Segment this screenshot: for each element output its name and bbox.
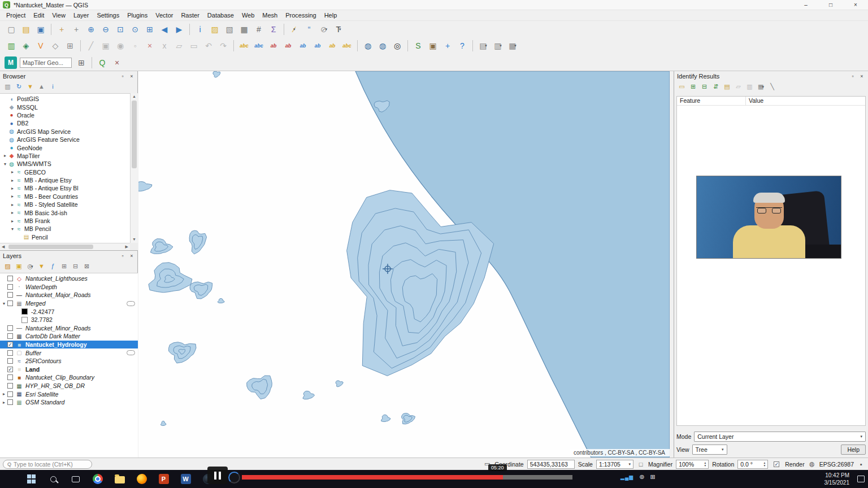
move-label-icon[interactable]: ab: [311, 39, 324, 53]
identify-features-icon[interactable]: i: [193, 23, 207, 36]
map-tips-icon[interactable]: “: [302, 23, 316, 36]
crs-status-icon[interactable]: ◍: [808, 460, 816, 468]
browser-item-arcgis-feature-service[interactable]: ◍ArcGIS Feature Service: [0, 136, 130, 143]
taskbar-word-icon[interactable]: W: [175, 470, 197, 488]
open-layer-styling-icon[interactable]: ▨: [3, 262, 12, 271]
locate-settings-icon[interactable]: ×: [110, 56, 124, 69]
layer-item-nantucket-minor-roads[interactable]: —Nantucket_Minor_Roads: [0, 324, 138, 333]
scroll-down-icon[interactable]: ▼: [131, 236, 138, 243]
change-label-icon[interactable]: abc: [340, 39, 354, 53]
spin-down-icon[interactable]: ▾: [763, 464, 765, 467]
maximize-button[interactable]: □: [818, 0, 843, 10]
pan-map-icon[interactable]: +: [55, 23, 68, 36]
spinner-arrows[interactable]: ▴ ▾: [762, 461, 765, 467]
browser-item-mssql[interactable]: ◆MSSQL: [0, 103, 130, 111]
save-edits-icon[interactable]: ▣: [99, 39, 112, 53]
toggle-editing-icon[interactable]: ╱: [84, 39, 98, 53]
expander-icon[interactable]: ▸: [10, 178, 15, 183]
expander-icon[interactable]: ▸: [2, 153, 8, 158]
layer-item-2-42477[interactable]: -2.42477: [0, 307, 138, 316]
scroll-left-icon[interactable]: ◀: [0, 245, 6, 249]
layer-item-esri-satellite[interactable]: ▸▦Esri Satellite: [0, 390, 138, 398]
collapse-all-icon[interactable]: ⊟: [71, 262, 80, 271]
expander-icon[interactable]: ▸: [10, 169, 15, 175]
map-canvas[interactable]: contributors , CC-BY-SA , CC-BY-SA: [138, 71, 670, 457]
rotation-spin[interactable]: 0.0 ° ▴ ▾: [737, 460, 768, 469]
cut-features-icon[interactable]: x: [158, 39, 171, 53]
close-panel-icon[interactable]: ×: [858, 73, 865, 80]
menu-web[interactable]: Web: [238, 11, 258, 20]
menu-help[interactable]: Help: [320, 11, 341, 20]
column-header-feature[interactable]: Feature: [677, 97, 746, 105]
manage-themes-icon[interactable]: ◎▾: [25, 262, 35, 271]
layer-checkbox[interactable]: [7, 284, 13, 290]
browser-item-postgis[interactable]: ◖PostGIS: [0, 95, 130, 103]
menu-view[interactable]: View: [48, 11, 70, 20]
deselect-features-icon[interactable]: ▧: [223, 23, 236, 36]
filter-legend-icon[interactable]: ▼: [37, 262, 46, 271]
menu-layer[interactable]: Layer: [70, 11, 93, 20]
close-panel-icon[interactable]: ×: [128, 252, 135, 259]
spin-down-icon[interactable]: ▾: [704, 464, 706, 467]
statistical-summary-icon[interactable]: Σ: [267, 23, 280, 36]
video-progress-bar[interactable]: [242, 475, 572, 480]
layer-checkbox[interactable]: ✓: [7, 342, 13, 347]
messages-icon[interactable]: ▪: [857, 461, 865, 468]
menu-edit[interactable]: Edit: [29, 11, 48, 20]
field-calculator-icon[interactable]: #: [252, 23, 266, 36]
georeferencer-icon[interactable]: ◎: [390, 39, 404, 53]
layer-item-land[interactable]: ✓■Land: [0, 365, 138, 374]
browser-refresh-icon[interactable]: ↻: [14, 82, 24, 91]
browser-vertical-scrollbar[interactable]: ▲ ▼: [130, 93, 138, 243]
zoom-out-icon[interactable]: ⊖: [99, 23, 112, 36]
column-header-value[interactable]: Value: [746, 97, 766, 105]
add-maptiler-layer-icon[interactable]: ⊞: [75, 56, 88, 69]
video-quality-icon[interactable]: ▂▄▆: [620, 474, 633, 480]
mode-select[interactable]: Current Layer ▾: [694, 432, 866, 442]
layer-checkbox[interactable]: [7, 325, 13, 331]
layer-item-nantucket-lighthouses[interactable]: ◇Nantucket_Lighthouses: [0, 274, 138, 283]
redo-icon[interactable]: ↷: [216, 39, 230, 53]
spinner-arrows[interactable]: ▴ ▾: [702, 461, 706, 467]
video-pause-button[interactable]: [207, 467, 228, 484]
pin-labels-icon[interactable]: ab: [267, 39, 280, 53]
browser-item-pencil[interactable]: ▤Pencil: [0, 233, 130, 241]
browser-item-mb-beer-countries[interactable]: ▸≈MB - Beer Countries: [0, 193, 130, 201]
browser-item-db2[interactable]: ●DB2: [0, 119, 130, 127]
browser-horizontal-scrollbar[interactable]: ◀ ▶: [0, 243, 130, 250]
new-spatialite-layer-icon[interactable]: ◇: [49, 39, 62, 53]
browser-filter-icon[interactable]: ▼: [25, 82, 35, 91]
layer-checkbox[interactable]: [7, 374, 13, 380]
paste-features-icon[interactable]: ▭: [187, 39, 201, 53]
print-layout-icon[interactable]: ▤▾: [476, 39, 490, 53]
video-fullscreen-icon[interactable]: ⊞: [650, 473, 655, 481]
scroll-up-icon[interactable]: ▲: [131, 93, 138, 100]
browser-item-oracle[interactable]: ●Oracle: [0, 111, 130, 119]
float-panel-icon[interactable]: ▫: [849, 73, 856, 80]
menu-mesh[interactable]: Mesh: [258, 11, 281, 20]
expander-icon[interactable]: ▾: [1, 301, 7, 306]
browser-item-mb-antique-etsy[interactable]: ▸≈MB - Antique Etsy: [0, 176, 130, 184]
action-center-icon[interactable]: [857, 476, 865, 482]
identify-mode-icon[interactable]: ▦▾: [756, 82, 766, 91]
copy-feature-icon[interactable]: ▱: [734, 82, 743, 91]
expander-icon[interactable]: ▸: [10, 186, 15, 191]
zoom-in-icon[interactable]: ⊕: [84, 23, 98, 36]
menu-project[interactable]: Project: [2, 11, 29, 20]
filter-expression-icon[interactable]: ƒ: [48, 262, 58, 271]
expander-icon[interactable]: ▾: [10, 226, 15, 232]
open-form-icon[interactable]: ▭: [677, 82, 687, 91]
taskbar-clock[interactable]: 10:42 PM 3/15/2021: [824, 472, 850, 486]
zoom-next-icon[interactable]: ▶: [172, 23, 186, 36]
expander-icon[interactable]: ▸: [10, 194, 15, 199]
custom-projection-icon[interactable]: ◍: [376, 39, 389, 53]
zoom-last-icon[interactable]: ◀: [158, 23, 171, 36]
clear-results-icon[interactable]: ▤: [722, 82, 732, 91]
lock-scale-icon[interactable]: □: [637, 461, 645, 468]
menu-settings[interactable]: Settings: [93, 11, 123, 20]
help-contents-icon[interactable]: ?: [455, 39, 469, 53]
browser-item-gebco[interactable]: ▸≈GEBCO: [0, 168, 130, 176]
chevron-down-icon[interactable]: ▾: [626, 462, 631, 467]
new-bookmark-icon[interactable]: ⊘▾: [317, 23, 331, 36]
layer-checkbox[interactable]: [7, 350, 13, 356]
